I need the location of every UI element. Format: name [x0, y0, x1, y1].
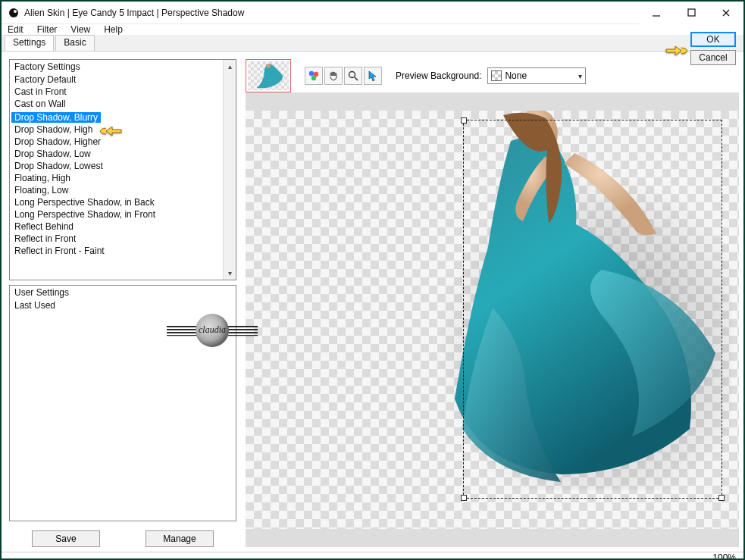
status-bar: 100% — [2, 552, 743, 560]
menu-help[interactable]: Help — [102, 24, 124, 35]
svg-line-11 — [355, 77, 358, 80]
maximize-button[interactable] — [674, 2, 709, 24]
preset-item[interactable]: Long Perspective Shadow, in Back — [10, 196, 223, 208]
preset-item[interactable]: Cast on Wall — [10, 98, 223, 110]
scroll-up-icon[interactable]: ▴ — [224, 60, 236, 73]
preset-item[interactable]: Long Perspective Shadow, in Front — [10, 208, 223, 221]
user-header: User Settings — [10, 286, 236, 299]
preset-item[interactable]: Drop Shadow, Lowest — [10, 160, 223, 172]
main-content: Factory Settings Factory DefaultCast in … — [2, 52, 743, 552]
scroll-down-icon[interactable]: ▾ — [224, 267, 236, 280]
titlebar: Alien Skin | Eye Candy 5 Impact | Perspe… — [2, 2, 743, 24]
navigator-thumbnail[interactable] — [246, 59, 291, 92]
preset-item[interactable]: Drop Shadow, Higher — [10, 136, 223, 148]
preset-item[interactable]: Cast in Front — [10, 86, 223, 98]
svg-point-7 — [309, 71, 314, 76]
preset-item[interactable]: Drop Shadow, Low — [10, 148, 223, 160]
svg-point-6 — [266, 64, 271, 68]
preview-strip — [246, 92, 739, 111]
preset-item[interactable]: Drop Shadow, Blurry — [11, 112, 101, 123]
svg-point-10 — [349, 72, 355, 78]
menu-edit[interactable]: Edit — [6, 24, 25, 35]
preview-toolbar: Preview Background: None ▾ — [246, 59, 739, 92]
color-picker-tool-icon[interactable] — [305, 67, 323, 85]
preview-panel: Preview Background: None ▾ — [246, 59, 739, 547]
preset-item[interactable]: Floating, High — [10, 172, 223, 184]
svg-point-0 — [9, 8, 18, 17]
preset-item[interactable]: Drop Shadow, High — [10, 124, 223, 136]
preview-canvas[interactable] — [246, 111, 739, 529]
pointer-tool-icon[interactable] — [364, 67, 382, 85]
preset-item[interactable]: Reflect in Front — [10, 233, 223, 245]
settings-panel: Factory Settings Factory DefaultCast in … — [9, 59, 236, 547]
ok-button[interactable]: OK — [690, 32, 736, 47]
transform-handle[interactable] — [718, 495, 725, 501]
manage-button[interactable]: Manage — [146, 530, 214, 547]
preset-item[interactable]: Reflect in Front - Faint — [10, 245, 223, 257]
tab-basic[interactable]: Basic — [55, 35, 94, 51]
menu-view[interactable]: View — [69, 24, 92, 35]
preview-bg-select[interactable]: None ▾ — [487, 67, 586, 84]
transform-bounds[interactable] — [463, 120, 722, 499]
factory-settings-list: Factory Settings Factory DefaultCast in … — [9, 59, 236, 280]
tab-settings[interactable]: Settings — [5, 35, 54, 51]
preview-bg-label: Preview Background: — [396, 70, 481, 81]
window-title: Alien Skin | Eye Candy 5 Impact | Perspe… — [24, 8, 244, 18]
hand-tool-icon[interactable] — [324, 67, 343, 85]
zoom-level: 100% — [712, 552, 736, 560]
menubar: Edit Filter View Help — [2, 24, 743, 35]
preset-item[interactable]: Factory Default — [10, 74, 223, 86]
user-settings-list: User Settings Last Used — [9, 285, 236, 521]
preset-item[interactable]: Reflect Behind — [10, 221, 223, 233]
save-button[interactable]: Save — [32, 530, 100, 547]
scrollbar[interactable]: ▴ ▾ — [223, 60, 236, 280]
tab-bar: Settings Basic OK Cancel — [2, 35, 743, 52]
preset-item[interactable]: Floating, Low — [10, 184, 223, 196]
chevron-down-icon: ▾ — [578, 72, 582, 80]
preview-bg-value: None — [505, 70, 527, 81]
close-button[interactable] — [709, 2, 743, 24]
transparency-swatch-icon — [491, 70, 502, 81]
svg-point-9 — [311, 76, 316, 80]
svg-point-1 — [14, 10, 17, 13]
transform-handle[interactable] — [461, 117, 467, 124]
zoom-tool-icon[interactable] — [344, 67, 362, 85]
svg-rect-3 — [688, 9, 695, 16]
minimize-button[interactable] — [639, 2, 674, 24]
preview-strip — [246, 529, 739, 547]
factory-header: Factory Settings — [10, 60, 223, 74]
preset-item[interactable]: Last Used — [10, 299, 236, 311]
app-icon — [8, 7, 20, 19]
transform-handle[interactable] — [461, 495, 467, 501]
menu-filter[interactable]: Filter — [36, 24, 59, 35]
